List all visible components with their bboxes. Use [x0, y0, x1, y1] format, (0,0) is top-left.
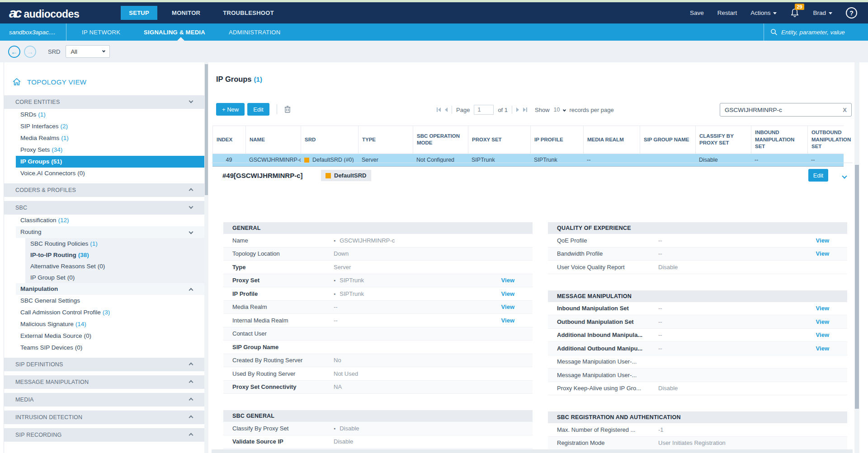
collapse-detail-button[interactable] — [843, 172, 846, 180]
sidebar-item[interactable]: SIP Interfaces(2) — [16, 121, 204, 132]
field-value: SIPTrunk — [334, 277, 501, 284]
view-link[interactable]: View — [816, 318, 847, 325]
sidebar-item-label: IP Group Set — [30, 274, 66, 281]
column-header[interactable]: SRD — [301, 126, 358, 154]
field-label: Name — [223, 237, 334, 244]
sidebar-item[interactable]: Teams SIP Devices(0) — [16, 342, 204, 354]
first-page-button[interactable] — [437, 107, 441, 112]
sidebar-item[interactable]: CORE ENTITIES — [4, 95, 204, 109]
table-row[interactable]: 49 GSCWIJHRMINRP-c DefaultSRD (#0) Serve… — [212, 154, 844, 167]
field-value: -- — [658, 250, 816, 257]
next-page-button[interactable] — [516, 107, 519, 112]
sidebar-item-label: Voice.AI Connectors — [20, 170, 75, 177]
sidebar-item[interactable]: SRDs(1) — [16, 109, 204, 121]
sub-nav-tab[interactable]: IP NETWORK — [82, 29, 120, 36]
save-button[interactable]: Save — [690, 9, 704, 16]
view-link[interactable]: View — [501, 277, 533, 284]
view-link[interactable]: View — [501, 317, 533, 324]
notifications-button[interactable]: 29 — [790, 8, 799, 20]
sidebar-item[interactable]: SBC — [4, 201, 204, 215]
prev-page-button[interactable] — [445, 107, 448, 112]
column-header[interactable]: SBC OPERATION MODE — [413, 126, 468, 154]
column-header[interactable]: PROXY SET — [468, 126, 530, 154]
sidebar-item[interactable]: Call Admission Control Profile(3) — [16, 307, 204, 318]
sub-nav-tab[interactable]: ADMINISTRATION — [229, 29, 280, 36]
column-header[interactable]: IP PROFILE — [530, 126, 583, 154]
sidebar-item-count: (51) — [51, 158, 62, 165]
column-header[interactable]: MEDIA REALM — [583, 126, 640, 154]
scrollbar-thumb[interactable] — [205, 64, 208, 195]
sidebar-item[interactable]: SIP DEFINITIONS — [4, 358, 204, 371]
detail-row: User Voice Quality Report Disable — [548, 261, 847, 274]
sidebar-item[interactable]: Voice.AI Connectors(0) — [16, 168, 204, 179]
column-header[interactable]: INDEX — [212, 126, 245, 154]
sidebar-item-label: Call Admission Control Profile — [20, 309, 101, 316]
sidebar-item[interactable]: Routing — [16, 226, 204, 238]
device-name[interactable]: sandbox3apac.... — [9, 29, 66, 36]
chevron-icon — [189, 380, 193, 385]
clear-search-button[interactable]: X — [843, 107, 847, 113]
sidebar-item[interactable]: MEDIA — [4, 393, 204, 406]
last-page-button[interactable] — [523, 107, 527, 112]
view-link[interactable]: View — [816, 250, 847, 257]
view-link[interactable]: View — [501, 290, 533, 297]
page-size-dropdown[interactable]: 10 — [554, 107, 566, 113]
sidebar-item[interactable]: IP Groups(51) — [16, 156, 204, 168]
view-link[interactable]: View — [816, 332, 847, 338]
top-menu-item[interactable]: MONITOR — [164, 6, 208, 20]
sidebar-item-label: SBC General Settings — [20, 297, 80, 304]
page-number-input[interactable]: 1 — [474, 105, 494, 115]
view-link[interactable]: View — [501, 304, 533, 310]
detail-edit-button[interactable]: Edit — [808, 169, 828, 182]
sidebar-item[interactable]: Manipulation — [16, 283, 204, 295]
sidebar-item[interactable]: Classification(12) — [16, 215, 204, 226]
delete-button[interactable] — [284, 105, 291, 113]
help-button[interactable]: ? — [846, 7, 857, 19]
sidebar-item[interactable]: SIP RECORDING — [4, 428, 204, 442]
back-button[interactable]: ← — [8, 46, 20, 58]
table-search-input[interactable]: GSCWIJHRMINRP-c X — [720, 103, 852, 117]
chevron-down-icon — [842, 173, 847, 178]
sidebar-scrollbar[interactable] — [204, 62, 208, 453]
forward-button[interactable]: → — [24, 46, 36, 58]
sidebar-item[interactable]: SBC General Settings — [16, 295, 204, 307]
sub-nav-tab[interactable]: SIGNALING & MEDIA — [144, 29, 205, 36]
new-button[interactable]: + New — [216, 103, 245, 116]
edit-button[interactable]: Edit — [247, 103, 269, 116]
view-link[interactable]: View — [816, 305, 847, 312]
sidebar-item-count: (1) — [90, 240, 98, 247]
column-header[interactable]: CLASSIFY BY PROXY SET — [695, 126, 751, 154]
topology-view-link[interactable]: TOPOLOGY VIEW — [4, 62, 204, 91]
actions-menu[interactable]: Actions — [750, 9, 777, 16]
sub-tabs: IP NETWORK SIGNALING & MEDIA ADMINISTRAT… — [82, 29, 280, 36]
column-header[interactable]: OUTBOUND MANIPULATION SET — [807, 126, 854, 154]
sidebar-item[interactable]: INTRUSION DETECTION — [4, 411, 204, 424]
sidebar-item[interactable]: Media Realms(1) — [16, 132, 204, 144]
view-link[interactable]: View — [816, 237, 847, 244]
top-menu-item[interactable]: TROUBLESHOOT — [215, 6, 282, 20]
sidebar-item[interactable]: Alternative Reasons Set(0) — [25, 261, 204, 272]
sidebar-item[interactable]: Proxy Sets(34) — [16, 144, 204, 156]
user-menu[interactable]: Brad — [813, 9, 832, 16]
page-label: Page — [456, 107, 470, 113]
column-header[interactable]: INBOUND MANIPULATION SET — [751, 126, 807, 154]
view-link[interactable]: View — [816, 345, 847, 352]
column-header[interactable]: SIP GROUP NAME — [640, 126, 695, 154]
sidebar-item[interactable]: Malicious Signature(14) — [16, 318, 204, 330]
sidebar-item[interactable]: IP Group Set(0) — [25, 272, 204, 283]
srd-dropdown[interactable]: All — [66, 45, 110, 58]
sidebar-item[interactable]: MESSAGE MANIPULATION — [4, 375, 204, 389]
top-menu-item[interactable]: SETUP — [121, 6, 157, 20]
audiocodes-logo[interactable]: ac audiocodes — [9, 5, 79, 21]
sidebar-item[interactable]: SBC Routing Policies(1) — [25, 238, 204, 249]
scrollbar-thumb[interactable] — [855, 165, 859, 409]
sidebar-item[interactable]: IP-to-IP Routing(38) — [25, 249, 204, 261]
main-scrollbar[interactable] — [854, 62, 859, 453]
sidebar-item[interactable]: External Media Source(0) — [16, 330, 204, 342]
column-header[interactable]: TYPE — [358, 126, 413, 154]
column-header[interactable]: NAME — [245, 126, 301, 154]
sidebar-item[interactable]: CODERS & PROFILES — [4, 183, 204, 197]
restart-button[interactable]: Restart — [717, 9, 737, 16]
global-search[interactable]: Entity, parameter, value — [764, 23, 868, 41]
horizontal-scroll-area[interactable] — [212, 449, 853, 453]
